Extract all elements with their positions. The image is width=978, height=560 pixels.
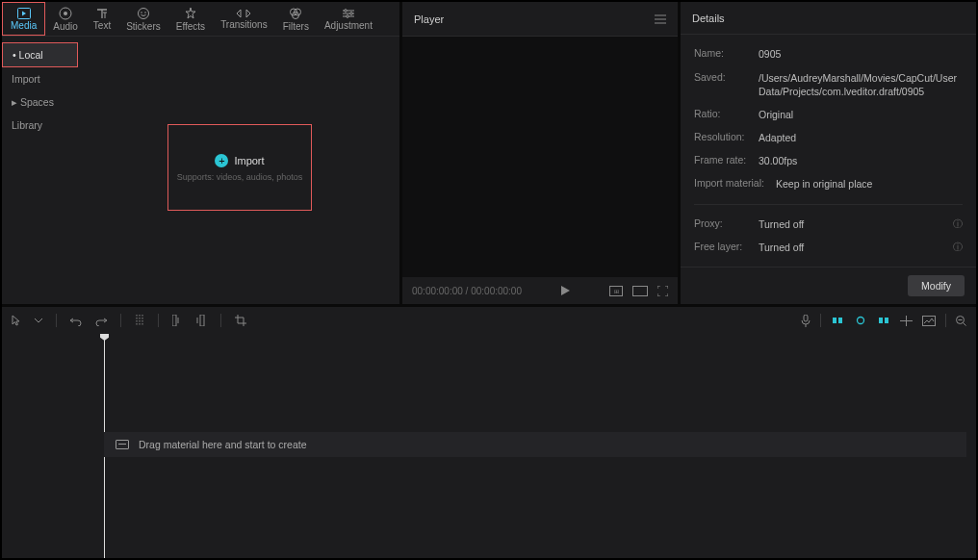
delete-right-icon[interactable]: [196, 315, 207, 326]
svg-rect-17: [804, 315, 808, 321]
transitions-icon: [236, 9, 251, 18]
mic-icon[interactable]: [801, 315, 811, 327]
tab-effects[interactable]: Effects: [168, 2, 213, 36]
zoom-out-icon[interactable]: [956, 316, 966, 326]
svg-point-2: [64, 12, 67, 15]
sidebar-item-library[interactable]: Library: [2, 114, 78, 137]
svg-rect-22: [885, 318, 888, 323]
timeline-drag-hint[interactable]: Drag material here and start to create: [104, 432, 966, 457]
player-menu-icon[interactable]: [655, 14, 666, 24]
svg-rect-14: [633, 286, 648, 295]
cursor-tool-icon[interactable]: [12, 315, 21, 326]
magnet-track-icon[interactable]: [877, 316, 890, 325]
detail-label-framerate: Frame rate:: [694, 154, 759, 167]
detail-label-freelayer: Free layer:: [694, 241, 759, 254]
tab-label: Audio: [53, 21, 78, 32]
tab-label: Media: [11, 20, 37, 31]
detail-value-resolution: Adapted: [759, 131, 963, 144]
top-tabs: Media Audio Text Stickers Effects Transi…: [2, 2, 399, 37]
svg-point-9: [345, 10, 347, 13]
svg-text:⊞: ⊞: [614, 289, 619, 294]
tab-stickers[interactable]: Stickers: [118, 2, 168, 36]
media-content-area: + Import Supports: videos, audios, photo…: [78, 37, 399, 304]
player-controls: 00:00:00:00 / 00:00:00:00 ⊞: [402, 277, 678, 304]
clip-icon: [116, 440, 129, 449]
preview-quality-icon[interactable]: [632, 286, 648, 296]
svg-point-3: [138, 9, 148, 19]
player-panel: Player 00:00:00:00 / 00:00:00:00 ⊞: [402, 2, 681, 304]
sidebar-item-local[interactable]: • Local: [2, 42, 78, 67]
magnet-main-icon[interactable]: [831, 316, 844, 325]
delete-left-icon[interactable]: [172, 315, 183, 326]
tab-transitions[interactable]: Transitions: [213, 2, 275, 36]
svg-point-5: [144, 12, 146, 13]
sidebar-item-import[interactable]: Import: [2, 67, 78, 90]
svg-rect-21: [879, 318, 883, 323]
chevron-down-icon[interactable]: [35, 318, 42, 323]
media-icon: [17, 8, 31, 19]
detail-value-importmat: Keep in original place: [776, 177, 963, 191]
detail-label-name: Name:: [694, 47, 759, 61]
media-panel: Media Audio Text Stickers Effects Transi…: [2, 2, 402, 304]
svg-rect-18: [833, 318, 836, 323]
magnet-link-icon[interactable]: [854, 316, 867, 325]
tab-label: Transitions: [220, 19, 268, 30]
timeline-toolbar: [2, 307, 976, 334]
timeline-panel: Drag material here and start to create: [2, 304, 976, 558]
drag-hint-text: Drag material here and start to create: [139, 439, 307, 450]
details-title: Details: [692, 13, 725, 24]
tab-label: Adjustment: [324, 20, 373, 31]
svg-rect-19: [838, 318, 842, 323]
detail-label-importmat: Import material:: [694, 177, 776, 191]
tab-adjustment[interactable]: Adjustment: [317, 2, 380, 36]
timeline-tracks[interactable]: Drag material here and start to create: [104, 334, 976, 558]
text-icon: [95, 8, 109, 19]
plus-icon: +: [215, 154, 228, 167]
player-viewport[interactable]: [402, 37, 678, 277]
preview-axis-icon[interactable]: [900, 316, 913, 326]
effects-icon: [184, 7, 197, 20]
sidebar-item-spaces[interactable]: ▸ Spaces: [2, 90, 78, 114]
import-dropzone[interactable]: + Import Supports: videos, audios, photo…: [167, 124, 312, 211]
audio-icon: [59, 7, 72, 20]
info-icon[interactable]: ⓘ: [953, 217, 963, 231]
svg-point-4: [141, 12, 142, 13]
fullscreen-icon[interactable]: [657, 286, 668, 296]
tab-media[interactable]: Media: [2, 2, 45, 36]
detail-value-framerate: 30.00fps: [759, 154, 963, 167]
timeline-track-headers: [2, 334, 104, 558]
filters-icon: [289, 7, 302, 20]
undo-icon[interactable]: [70, 316, 82, 326]
split-icon[interactable]: [135, 315, 144, 326]
ratio-icon[interactable]: ⊞: [609, 286, 623, 296]
import-subtext: Supports: videos, audios, photos: [177, 172, 303, 182]
tab-text[interactable]: Text: [86, 2, 118, 36]
details-panel: Details Name:0905 Saved:/Users/AudreyMar…: [681, 2, 976, 304]
tab-audio[interactable]: Audio: [45, 2, 86, 36]
modify-button[interactable]: Modify: [908, 275, 965, 296]
player-timecode: 00:00:00:00 / 00:00:00:00: [412, 286, 522, 296]
detail-label-proxy: Proxy:: [694, 217, 759, 231]
svg-point-10: [350, 13, 353, 15]
tab-label: Effects: [176, 21, 205, 32]
crop-icon[interactable]: [235, 315, 246, 326]
tab-label: Text: [93, 20, 111, 31]
cover-icon[interactable]: [922, 316, 936, 326]
info-icon[interactable]: ⓘ: [953, 241, 963, 254]
tab-filters[interactable]: Filters: [275, 2, 317, 36]
tab-label: Stickers: [126, 21, 161, 32]
detail-value-ratio: Original: [759, 108, 963, 121]
detail-value-freelayer: Turned off: [759, 241, 953, 254]
detail-label-resolution: Resolution:: [694, 131, 759, 144]
detail-label-saved: Saved:: [694, 71, 759, 98]
import-label: Import: [234, 155, 264, 166]
redo-icon[interactable]: [95, 316, 107, 326]
player-title: Player: [414, 13, 444, 25]
svg-rect-16: [200, 315, 204, 326]
adjustment-icon: [342, 8, 355, 19]
detail-label-ratio: Ratio:: [694, 108, 759, 121]
svg-point-11: [347, 15, 349, 18]
play-button[interactable]: [561, 286, 570, 295]
svg-point-20: [858, 318, 864, 324]
detail-value-saved: /Users/AudreyMarshall/Movies/CapCut/User…: [759, 71, 963, 98]
